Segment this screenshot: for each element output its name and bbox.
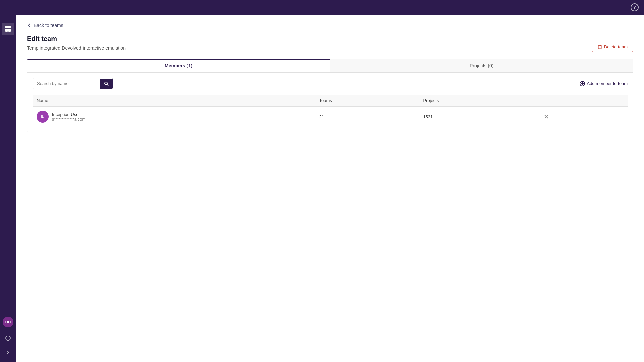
sidebar: DO [0, 0, 16, 362]
member-info: Inception User s*************a.com [52, 112, 85, 122]
svg-rect-5 [5, 29, 8, 32]
member-projects-cell: 1531 [419, 107, 537, 127]
remove-member-button[interactable] [541, 113, 551, 120]
add-member-link[interactable]: Add member to team [580, 81, 628, 86]
main-content: Back to teams Edit team Temp integrated … [16, 15, 644, 362]
member-cell: IU Inception User s*************a.com [37, 111, 311, 123]
svg-rect-3 [5, 26, 8, 28]
expand-icon[interactable] [3, 348, 13, 358]
user-avatar[interactable]: DO [3, 317, 13, 327]
col-header-name: Name [33, 95, 315, 107]
back-to-teams-link[interactable]: Back to teams [27, 23, 633, 28]
sidebar-teams-icon[interactable] [2, 23, 14, 35]
member-email: s*************a.com [52, 117, 85, 122]
svg-rect-4 [8, 26, 11, 28]
members-table: Name Teams Projects [33, 95, 628, 127]
tab-members[interactable]: Members (1) [27, 59, 330, 72]
topbar: ? [0, 0, 644, 15]
tab-projects[interactable]: Projects (0) [330, 59, 633, 72]
tabs-container: Members (1) Projects (0) [27, 59, 633, 132]
tab-content-members: Add member to team Name Teams Projects [27, 73, 633, 132]
page-header: Edit team Temp integrated Devolved inter… [27, 35, 633, 59]
member-name: Inception User [52, 112, 85, 117]
search-add-row: Add member to team [33, 78, 628, 89]
col-header-teams: Teams [315, 95, 419, 107]
svg-rect-7 [598, 46, 601, 49]
team-description: Temp integrated Devolved interactive emu… [27, 45, 126, 51]
sidebar-bottom: DO [2, 317, 14, 358]
svg-rect-6 [8, 29, 11, 32]
member-name-cell: IU Inception User s*************a.com [33, 107, 315, 127]
add-member-label: Add member to team [587, 81, 628, 86]
power-icon[interactable] [2, 331, 14, 344]
help-icon[interactable]: ? [631, 3, 639, 11]
col-header-actions [537, 95, 628, 107]
member-actions-cell [537, 107, 628, 127]
search-box [33, 78, 113, 89]
member-avatar: IU [37, 111, 49, 123]
table-row: IU Inception User s*************a.com 21… [33, 107, 628, 127]
delete-button-label: Delete team [604, 44, 628, 49]
svg-point-8 [105, 82, 107, 85]
page-title: Edit team [27, 35, 126, 43]
member-teams-cell: 21 [315, 107, 419, 127]
col-header-projects: Projects [419, 95, 537, 107]
tabs-row: Members (1) Projects (0) [27, 59, 633, 73]
back-link-label: Back to teams [34, 23, 63, 28]
search-input[interactable] [33, 78, 100, 89]
search-button[interactable] [100, 79, 113, 89]
delete-team-button[interactable]: Delete team [592, 42, 633, 52]
svg-line-9 [107, 84, 109, 86]
left-header: Edit team Temp integrated Devolved inter… [27, 35, 126, 59]
